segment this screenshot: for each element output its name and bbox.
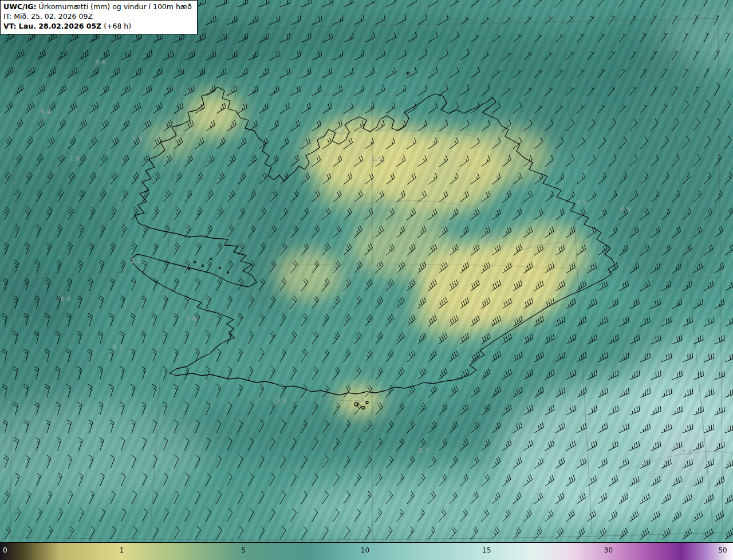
colorbar: 01510153050 [0,542,733,560]
colorbar-tick: 15 [482,547,491,554]
field-title: Úrkomumætti (mm) og vindur í 100m hæð [37,2,192,11]
map-svg [0,0,733,543]
colorbar-tick: 5 [241,547,246,554]
colorbar-tick: 10 [361,547,369,554]
valid-time: VT: Lau. 28.02.2026 05Z [3,22,101,30]
colorbar-tick: 1 [120,547,124,554]
weather-map-page: 3.45.44.52.95.21.64.34.54.54.83.21.36.87… [0,0,733,560]
model-id: UWC/IG: [3,2,37,11]
colorbar-tick: 50 [718,547,727,554]
colorbar-ticks: 01510153050 [0,543,733,560]
map-info-box: UWC/IG: Úrkomumætti (mm) og vindur í 100… [0,0,198,34]
info-line-title: UWC/IG: Úrkomumætti (mm) og vindur í 100… [3,2,192,12]
init-time: IT: Mið. 25. 02. 2026 09Z [3,12,192,22]
lead-time: (+68 h) [101,22,131,30]
colorbar-tick: 0 [3,547,7,554]
map-area: 3.45.44.52.95.21.64.34.54.54.83.21.36.87… [0,0,733,543]
colorbar-tick: 30 [604,547,613,554]
info-line-valid: VT: Lau. 28.02.2026 05Z (+68 h) [3,22,192,31]
